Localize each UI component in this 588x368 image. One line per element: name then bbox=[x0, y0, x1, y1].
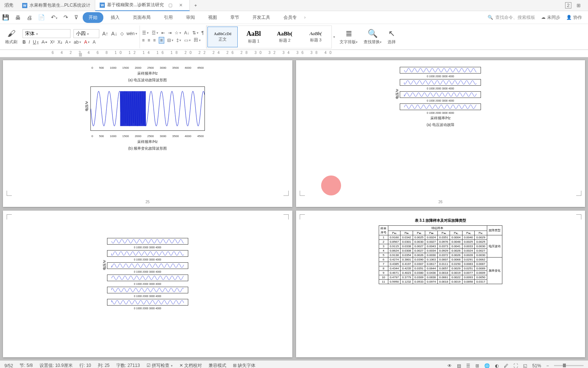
status-spellcheck[interactable]: ☑ 拼写检查 ▾ bbox=[147, 362, 173, 368]
ribbon-tab-视图[interactable]: 视图 bbox=[202, 12, 223, 23]
redo-icon[interactable]: ↷ bbox=[63, 14, 68, 21]
more-icon[interactable]: ⊽ bbox=[74, 14, 78, 21]
page-27: 电压/V 0 1000 2000 3000 40000 1000 2000 30… bbox=[3, 211, 292, 357]
status-compat[interactable]: 兼容模式 bbox=[209, 362, 226, 368]
ribbon-tab-审阅[interactable]: 审阅 bbox=[180, 12, 201, 23]
shading-icon[interactable]: ▭▾ bbox=[184, 38, 191, 43]
zoom-value[interactable]: 51% bbox=[532, 363, 541, 368]
status-row[interactable]: 行: 10 bbox=[79, 362, 91, 368]
print-preview-icon[interactable]: 🖶 bbox=[15, 14, 21, 21]
ribbon-tab-页面布局[interactable]: 页面布局 bbox=[127, 12, 157, 23]
show-marks-icon[interactable]: ¶ bbox=[202, 30, 204, 35]
sync-status[interactable]: ☁ 未同步 bbox=[541, 14, 560, 21]
underline-icon[interactable]: U▾ bbox=[33, 40, 39, 45]
status-doccheck[interactable]: ✕ 文档校对 bbox=[179, 362, 202, 368]
decrease-indent-icon[interactable]: ⇤ bbox=[161, 30, 165, 35]
text-effects-icon[interactable]: A▾ bbox=[65, 40, 71, 45]
doc-tab-1[interactable]: W 水果称重包装生...PLC系统设计 bbox=[18, 0, 95, 11]
font-size-select[interactable]: 小四 ▾ bbox=[73, 29, 99, 38]
align-center-icon[interactable]: ≡ bbox=[148, 38, 150, 43]
bold-icon[interactable]: B bbox=[23, 40, 26, 45]
style-标题 1[interactable]: AaBl标题 1 bbox=[238, 27, 269, 47]
eye-icon[interactable]: 👁 bbox=[447, 363, 452, 368]
page26-xlabel: 采样频率/Hz bbox=[400, 116, 481, 121]
status-missing-font[interactable]: ⊞ 缺失字体 bbox=[233, 362, 255, 368]
print-icon[interactable]: 🖨 bbox=[27, 14, 32, 21]
select-button[interactable]: ↖ 选择 bbox=[385, 29, 399, 45]
fullscreen-icon[interactable]: ⛶ bbox=[513, 363, 518, 368]
line-spacing-icon[interactable]: ‡▾ bbox=[176, 38, 182, 43]
tab-restore-icon[interactable]: ▢ bbox=[166, 3, 175, 8]
char-border-icon[interactable]: A bbox=[93, 40, 96, 45]
italic-icon[interactable]: I bbox=[29, 40, 30, 45]
align-left-icon[interactable]: ≡ bbox=[142, 38, 145, 43]
page-icon[interactable]: 📄 bbox=[38, 14, 45, 21]
text-layout-button[interactable]: ≣ 文字排版▾ bbox=[337, 29, 361, 45]
style-gallery-more[interactable]: ▾ bbox=[332, 35, 337, 39]
subscript-icon[interactable]: X₂ bbox=[58, 40, 62, 45]
toolbar: 🖌 格式刷 宋体 ▾ 小四 ▾ A↑ A↓ ◇ wén▾ B I U▾ A▾ X… bbox=[0, 24, 588, 50]
highlight-icon[interactable]: ab▾ bbox=[74, 40, 81, 45]
style-标题 2[interactable]: AaBb(标题 2 bbox=[269, 27, 300, 47]
numbering-icon[interactable]: ☲▾ bbox=[152, 30, 158, 35]
font-name-select[interactable]: 宋体 ▾ bbox=[23, 29, 71, 38]
status-page[interactable]: 9/52 bbox=[4, 363, 13, 368]
bullets-icon[interactable]: ☰▾ bbox=[142, 30, 149, 35]
ribbon-tab-引用[interactable]: 引用 bbox=[158, 12, 179, 23]
find-replace-button[interactable]: 🔍 查找替换▾ bbox=[361, 29, 385, 45]
status-col[interactable]: 列: 25 bbox=[98, 362, 110, 368]
collab-button[interactable]: 👤 协作 bbox=[566, 14, 582, 21]
asian-layout-icon[interactable]: ☆▾ bbox=[175, 30, 181, 35]
strikethrough-icon[interactable]: A▾ bbox=[42, 40, 47, 45]
sort-icon[interactable]: ⇅▾ bbox=[192, 30, 199, 35]
view-page-icon[interactable]: ▤ bbox=[457, 363, 461, 368]
font-color-icon[interactable]: A▾ bbox=[84, 40, 90, 45]
tab-close-icon[interactable]: ✕ bbox=[177, 3, 185, 8]
increase-font-icon[interactable]: A↑ bbox=[102, 31, 108, 37]
window-number[interactable]: 2 bbox=[565, 3, 571, 8]
ribbon-tab-章节[interactable]: 章节 bbox=[224, 12, 245, 23]
format-painter[interactable]: 🖌 格式刷 bbox=[2, 29, 20, 45]
ribbon-tab-插入[interactable]: 插入 bbox=[105, 12, 125, 23]
align-justify-icon[interactable]: ≡ bbox=[159, 37, 164, 44]
night-mode-icon[interactable]: ◐ bbox=[495, 363, 499, 368]
status-section[interactable]: 节: 5/8 bbox=[20, 362, 32, 368]
wave-row bbox=[107, 262, 188, 269]
decrease-font-icon[interactable]: A↓ bbox=[111, 31, 117, 37]
zoom-fit-icon[interactable]: ◱ bbox=[523, 363, 527, 368]
status-position[interactable]: 设置值: 10.9厘米 bbox=[39, 362, 73, 368]
doc-tab-2[interactable]: W 基于模糊聚类...诊断算法研究 ▢ ✕ bbox=[95, 0, 190, 11]
ribbon-tab-会员专[interactable]: 会员专 bbox=[278, 12, 303, 23]
distribute-icon[interactable]: ⊟▾ bbox=[167, 38, 173, 43]
new-tab-button[interactable]: + bbox=[190, 0, 201, 11]
zoom-slider[interactable] bbox=[554, 365, 584, 366]
ribbon-tab-开始[interactable]: 开始 bbox=[83, 12, 103, 23]
style-标题 3[interactable]: AaBb(标题 3 bbox=[300, 27, 331, 47]
undo-icon[interactable]: ↶▾ bbox=[51, 14, 58, 21]
cursor-indicator bbox=[321, 176, 341, 195]
ribbon-tab-开发工具[interactable]: 开发工具 bbox=[247, 12, 276, 23]
ruler[interactable]: 6 4 2 2 4 6 8 10 12 14 16 18 20 22 24 26… bbox=[0, 50, 588, 57]
superscript-icon[interactable]: X² bbox=[50, 40, 55, 45]
phonetic-icon[interactable]: wén▾ bbox=[127, 31, 137, 36]
status-wordcount[interactable]: 字数: 27113 bbox=[116, 362, 140, 368]
pin-icon[interactable]: 🖉 bbox=[504, 363, 508, 368]
ribbon-scroll-right[interactable]: › bbox=[303, 15, 307, 20]
view-outline-icon[interactable]: ☰ bbox=[466, 363, 470, 368]
style-正文[interactable]: AaBbCcDd正文 bbox=[207, 27, 238, 47]
command-search[interactable]: 🔍 查找命令、搜索模板 bbox=[488, 14, 535, 21]
view-web-icon[interactable]: ⊞ bbox=[475, 363, 479, 368]
save-icon[interactable]: 💾 bbox=[2, 14, 9, 21]
chart-a-xlabel: 采样频率/Hz bbox=[89, 71, 207, 76]
ruler-indent-marker[interactable] bbox=[79, 53, 82, 57]
zoom-out-icon[interactable]: − bbox=[546, 363, 549, 368]
view-reading-icon[interactable]: 🌐 bbox=[484, 363, 490, 368]
align-right-icon[interactable]: ≡ bbox=[153, 38, 156, 43]
increase-indent-icon[interactable]: ⇥ bbox=[168, 30, 172, 35]
borders-icon[interactable]: 田▾ bbox=[194, 37, 201, 43]
page-number: 26 bbox=[439, 200, 443, 204]
text-direction-icon[interactable]: A↓ bbox=[184, 30, 189, 35]
grid-icon[interactable]: ⊞ bbox=[577, 3, 581, 8]
clear-format-icon[interactable]: ◇ bbox=[120, 31, 124, 36]
document-area[interactable]: 050010001500200025003000350040004500 采样频… bbox=[0, 57, 588, 360]
